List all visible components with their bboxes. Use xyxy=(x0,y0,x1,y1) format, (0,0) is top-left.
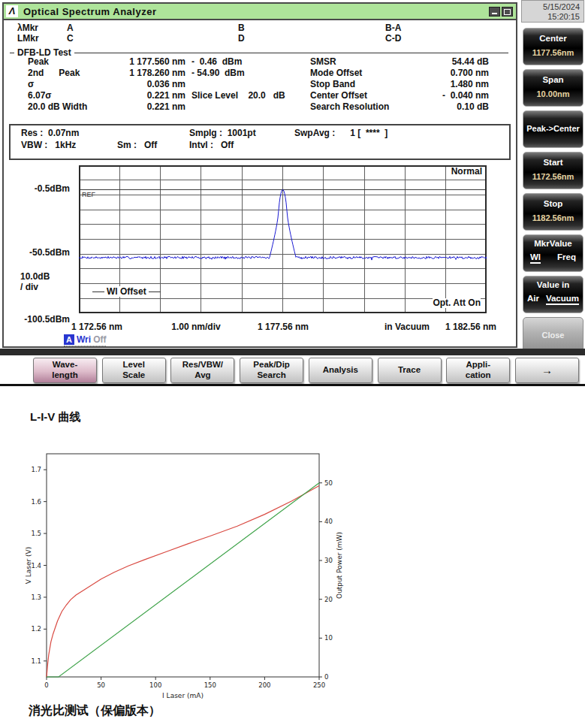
svg-text:1.7: 1.7 xyxy=(31,466,41,473)
menu-level-scale-button[interactable]: LevelScale xyxy=(102,358,166,383)
svg-text:30: 30 xyxy=(324,557,333,564)
result-name: Center Offset xyxy=(310,90,367,101)
y-scale-label: 10.0dB / div xyxy=(20,271,50,292)
function-menu: Wave-length LevelScale Res/VBW/Avg Peak/… xyxy=(0,355,585,386)
marker-d: D xyxy=(238,33,245,44)
result-value: 0.700 nm xyxy=(400,68,489,78)
sweep-settings-box: Res : 0.07nm Smplg : 1001pt SwpAvg : 1 [… xyxy=(9,124,511,160)
mkr-value-wl-option[interactable]: Wl xyxy=(530,252,541,264)
result-extra: - 54.90 dBm xyxy=(191,68,245,78)
setting-swpavg: SwpAvg : 1 [ **** ] xyxy=(294,128,387,138)
result-name: 6.07σ xyxy=(28,90,52,101)
tick-line xyxy=(149,292,161,292)
value-in-air-option[interactable]: Air xyxy=(527,294,539,305)
menu-peak-dip-search-button[interactable]: Peak/DipSearch xyxy=(240,358,303,383)
value-in-vacuum-option[interactable]: Vacuum xyxy=(546,294,579,305)
y-mid-label: -50.5dBm xyxy=(10,247,70,258)
svg-text:10: 10 xyxy=(324,634,333,642)
menu-res-vbw-avg-button[interactable]: Res/VBW/Avg xyxy=(170,358,234,383)
wl-offset-label: Wl Offset xyxy=(92,286,161,297)
svg-text:Output Power (mW): Output Power (mW) xyxy=(336,532,343,599)
tick-line xyxy=(92,292,104,292)
marker-cd: C-D xyxy=(385,33,401,44)
y-bottom-label: -100.5dBm xyxy=(10,314,70,325)
date-label: 5/15/2024 xyxy=(522,2,580,12)
result-name: Peak xyxy=(28,56,49,67)
result-name: SMSR xyxy=(310,56,336,67)
marker-row1-label: λMkr xyxy=(17,23,38,33)
time-label: 15:20:15 xyxy=(522,12,580,22)
svg-text:1.1: 1.1 xyxy=(31,657,41,665)
marker-b: B xyxy=(238,23,245,33)
setting-intvl: Intvl : Off xyxy=(189,140,234,150)
svg-text:50: 50 xyxy=(97,681,105,689)
x-stop-label: 1 182.56 nm xyxy=(445,322,496,332)
setting-smplg: Smplg : 1001pt xyxy=(189,128,256,138)
menu-wavelength-button[interactable]: Wave-length xyxy=(33,358,97,383)
trace-a-badge: A xyxy=(64,334,74,345)
result-value: 0.036 nm xyxy=(92,79,185,89)
start-button[interactable]: Start 1172.56nm xyxy=(523,152,583,189)
menu-more-arrow-button[interactable]: → xyxy=(515,358,579,383)
x-start-label: 1 172.56 nm xyxy=(71,322,122,332)
softkey-sidebar: 5/15/2024 15:20:15 Center 1177.56nm Span… xyxy=(521,0,585,357)
peak-to-center-button[interactable]: Peak->Center xyxy=(523,110,583,148)
svg-text:1.6: 1.6 xyxy=(31,498,41,506)
span-button[interactable]: Span 10.00nm xyxy=(523,69,583,107)
svg-text:1.4: 1.4 xyxy=(31,562,41,569)
svg-text:I Laser (mA): I Laser (mA) xyxy=(162,692,204,699)
menu-analysis-button[interactable]: Analysis xyxy=(309,358,372,383)
svg-text:100: 100 xyxy=(149,681,161,689)
trace-status: A Wri Off xyxy=(64,334,106,346)
marker-c: C xyxy=(67,33,74,44)
result-value: 0.221 nm xyxy=(92,101,185,112)
marker-row2-label: LMkr xyxy=(17,33,39,44)
marker-a: A xyxy=(67,23,74,33)
svg-text:20: 20 xyxy=(324,596,333,603)
result-extra: - 0.46 dBm xyxy=(191,56,242,67)
setting-res: Res : 0.07nm xyxy=(21,128,79,138)
datetime-display: 5/15/2024 15:20:15 xyxy=(521,0,584,23)
window-title: Optical Spectrum Analyzer xyxy=(23,6,156,17)
value-in-button[interactable]: Value in Air Vacuum xyxy=(523,276,583,313)
svg-text:0: 0 xyxy=(44,681,48,689)
result-value: 54.44 dB xyxy=(400,56,489,67)
result-value: 0.221 nm xyxy=(92,90,185,101)
minimize-button[interactable] xyxy=(489,7,500,17)
result-value: - 0.040 nm xyxy=(400,90,489,101)
svg-text:V Laser (V): V Laser (V) xyxy=(25,547,32,585)
marker-value-button[interactable]: MkrValue Wl Freq xyxy=(523,234,583,272)
page: Λ Optical Spectrum Analyzer λMkr A B B-A… xyxy=(0,0,585,728)
result-name: Search Resolution xyxy=(310,101,389,112)
result-name: 2nd Peak xyxy=(28,68,80,78)
result-name: Mode Offset xyxy=(310,68,362,78)
result-extra: Slice Level 20.0 dB xyxy=(191,90,285,101)
maximize-button[interactable] xyxy=(502,7,513,17)
analysis-divider xyxy=(10,53,508,53)
minimize-icon xyxy=(492,13,497,14)
svg-text:1.3: 1.3 xyxy=(31,594,41,601)
menu-application-button[interactable]: Appli-cation xyxy=(446,358,510,383)
svg-text:1.5: 1.5 xyxy=(31,530,41,537)
stop-button[interactable]: Stop 1182.56nm xyxy=(523,193,583,231)
mkr-value-freq-option[interactable]: Freq xyxy=(557,252,576,264)
svg-text:50: 50 xyxy=(324,479,333,487)
x-medium-label: in Vacuum xyxy=(384,322,430,332)
setting-sm: Sm : Off xyxy=(117,140,157,150)
marker-ba: B-A xyxy=(385,23,401,33)
result-value: 0.10 dB xyxy=(400,101,489,112)
result-name: σ xyxy=(28,79,34,89)
result-name: Stop Band xyxy=(310,79,355,89)
svg-text:250: 250 xyxy=(313,681,325,689)
liv-section-heading: L-I-V 曲线 xyxy=(30,410,81,424)
result-value: 1 177.560 nm xyxy=(92,56,185,67)
trace-write-label: Wri xyxy=(77,334,91,345)
y-ref-label: -0.5dBm xyxy=(10,183,70,194)
opt-att-label: Opt. Att On xyxy=(433,298,481,308)
svg-text:40: 40 xyxy=(324,518,333,525)
setting-vbw: VBW : 1kHz xyxy=(21,140,76,150)
maximize-icon xyxy=(504,9,511,15)
center-button[interactable]: Center 1177.56nm xyxy=(523,28,583,65)
result-name: 20.0 dB Width xyxy=(28,101,87,112)
menu-trace-button[interactable]: Trace xyxy=(378,358,442,383)
